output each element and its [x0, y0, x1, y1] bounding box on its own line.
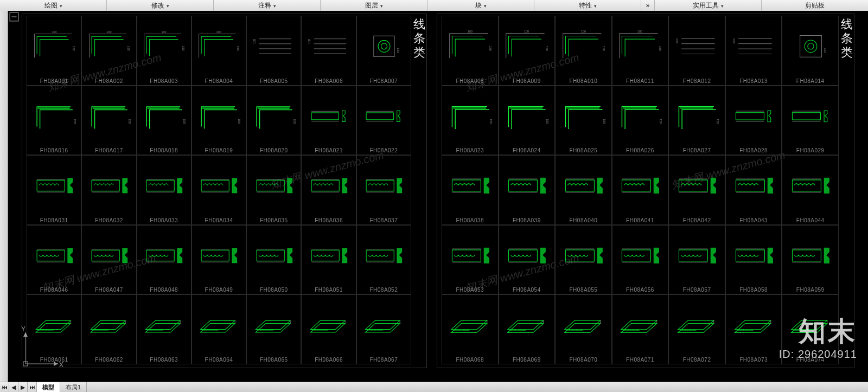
block-cell[interactable]: FH08A036 — [301, 155, 356, 225]
cad-canvas[interactable]: 线条类 100 150FH08A001 100 150FH08A002 — [8, 11, 868, 382]
block-cell[interactable]: FH08A069 — [499, 294, 556, 364]
block-cell[interactable]: FH08A057 — [668, 225, 725, 295]
block-code-label: FH08A057 — [669, 287, 725, 293]
block-cell[interactable]: FH08A053 — [442, 225, 499, 295]
block-cell[interactable]: FH08A039 — [499, 155, 556, 225]
block-cell[interactable]: 100FH08A005 — [246, 16, 301, 86]
menu-utilities[interactable]: 实用工具▾ — [655, 0, 762, 11]
block-cell[interactable]: 150FH08A025 — [555, 86, 612, 156]
tabscroll-prev-button[interactable]: ◀ — [9, 382, 18, 392]
block-cell[interactable]: FH08A047 — [81, 225, 136, 295]
block-cell[interactable]: 100 150FH08A010 — [555, 16, 612, 86]
block-thumbnail — [194, 298, 244, 352]
block-cell[interactable]: FH08A058 — [725, 225, 782, 295]
block-cell[interactable]: FH08A064 — [192, 294, 246, 364]
block-cell[interactable]: 120FH08A014 — [782, 16, 839, 86]
block-cell[interactable]: FH08A072 — [668, 294, 725, 364]
block-cell[interactable]: FH08A063 — [137, 294, 192, 364]
block-cell[interactable]: FH08A042 — [668, 155, 725, 225]
block-cell[interactable]: 100FH08A012 — [668, 16, 725, 86]
chevron-down-icon: ▾ — [58, 3, 62, 9]
menu-block[interactable]: 块▾ — [427, 0, 534, 11]
block-cell[interactable]: 150FH08A024 — [499, 86, 556, 156]
block-cell[interactable]: FH08A050 — [246, 225, 301, 295]
block-cell[interactable]: 150FH08A026 — [612, 86, 669, 156]
block-cell[interactable]: FH08A071 — [612, 294, 669, 364]
tab-model[interactable]: 模型 — [37, 382, 60, 392]
block-thumbnail: 100 150 — [558, 20, 609, 73]
block-cell[interactable]: FH08A040 — [555, 155, 612, 225]
panel-title-vertical: 线条类 — [411, 17, 427, 60]
svg-rect-20 — [374, 36, 394, 56]
block-cell[interactable]: FH08A068 — [442, 294, 499, 364]
block-cell[interactable]: 150FH08A017 — [81, 86, 136, 156]
block-cell[interactable]: 150FH08A016 — [27, 86, 81, 156]
block-cell[interactable]: FH08A031 — [27, 155, 81, 225]
tab-layout1[interactable]: 布局1 — [60, 382, 87, 392]
block-cell[interactable]: 100FH08A006 — [301, 16, 356, 86]
block-cell[interactable]: FH08A065 — [246, 294, 301, 364]
block-cell[interactable]: FH08A033 — [137, 155, 192, 225]
block-cell[interactable]: 100 150FH08A001 — [27, 16, 81, 86]
block-cell[interactable]: 150FH08A018 — [137, 86, 192, 156]
block-cell[interactable]: FH08A043 — [725, 155, 782, 225]
menu-draw[interactable]: 绘图▾ — [0, 0, 107, 11]
block-cell[interactable]: FH08A061 — [27, 294, 81, 364]
block-code-label: FH08A003 — [137, 78, 191, 84]
block-cell[interactable]: FH08A034 — [192, 155, 246, 225]
block-cell[interactable]: FH08A062 — [81, 294, 136, 364]
model-viewport[interactable]: 知末网 www.znzmo.com 知末网 www.znzmo.com 知末网 … — [8, 11, 868, 382]
block-cell[interactable]: FH08A029 — [782, 86, 839, 156]
menu-layers[interactable]: 图层▾ — [321, 0, 427, 11]
menu-props[interactable]: 特性▾ — [534, 0, 641, 11]
block-cell[interactable]: FH08A067 — [356, 294, 411, 364]
block-cell[interactable]: 150FH08A020 — [246, 86, 301, 156]
svg-text:100: 100 — [732, 38, 735, 43]
block-cell[interactable]: 150FH08A019 — [192, 86, 246, 156]
block-cell[interactable]: 100FH08A013 — [725, 16, 782, 86]
block-cell[interactable]: FH08A021 — [301, 86, 356, 156]
block-cell[interactable]: 100 150FH08A011 — [612, 16, 669, 86]
block-cell[interactable]: FH08A055 — [555, 225, 612, 295]
block-cell[interactable]: 150FH08A027 — [668, 86, 725, 156]
block-cell[interactable]: FH08A049 — [192, 225, 246, 295]
block-cell[interactable]: 100 150FH08A009 — [499, 16, 556, 86]
block-cell[interactable]: FH08A048 — [137, 225, 192, 295]
block-cell[interactable]: FH08A037 — [356, 155, 411, 225]
block-cell[interactable]: FH08A041 — [612, 155, 669, 225]
block-cell[interactable]: 100 150FH08A002 — [81, 16, 136, 86]
block-cell[interactable]: 100 150FH08A008 — [442, 16, 499, 86]
block-cell[interactable]: FH08A046 — [27, 225, 81, 295]
block-cell[interactable]: 120FH08A007 — [356, 16, 411, 86]
menu-annotate[interactable]: 注释▾ — [214, 0, 321, 11]
tabscroll-next-button[interactable]: ▶ — [18, 382, 28, 392]
block-cell[interactable]: FH08A056 — [612, 225, 669, 295]
block-cell[interactable]: 100 150FH08A003 — [137, 16, 192, 86]
block-cell[interactable]: FH08A052 — [356, 225, 411, 295]
block-cell[interactable]: FH08A073 — [725, 294, 782, 364]
block-cell[interactable]: FH08A044 — [782, 155, 839, 225]
menu-overflow[interactable]: » — [641, 0, 655, 11]
block-cell[interactable]: 100 150FH08A004 — [192, 16, 246, 86]
tabscroll-first-button[interactable]: ⏮ — [0, 382, 9, 392]
block-cell[interactable]: 150FH08A023 — [442, 86, 499, 156]
block-cell[interactable]: FH08A022 — [356, 86, 411, 156]
block-cell[interactable]: FH08A035 — [246, 155, 301, 225]
block-cell[interactable]: FH08A074 — [782, 294, 839, 364]
block-thumbnail: 150 — [444, 89, 496, 143]
block-code-label: FH08A074 — [782, 357, 838, 363]
block-cell[interactable]: FH08A038 — [442, 155, 499, 225]
block-cell[interactable]: FH08A054 — [499, 225, 556, 295]
block-cell[interactable]: FH08A051 — [301, 225, 356, 295]
block-code-label: FH08A010 — [556, 78, 611, 84]
block-cell[interactable]: FH08A032 — [81, 155, 136, 225]
tabscroll-last-button[interactable]: ⏭ — [28, 382, 37, 392]
svg-text:120: 120 — [397, 48, 400, 53]
block-cell[interactable]: FH08A059 — [782, 225, 839, 295]
block-thumbnail: 100 150 — [194, 20, 244, 73]
block-cell[interactable]: FH08A070 — [555, 294, 612, 364]
block-cell[interactable]: FH08A066 — [301, 294, 356, 364]
menu-modify[interactable]: 修改▾ — [107, 0, 214, 11]
menu-clipboard[interactable]: 剪贴板 — [762, 0, 868, 11]
block-cell[interactable]: FH08A028 — [725, 86, 782, 156]
